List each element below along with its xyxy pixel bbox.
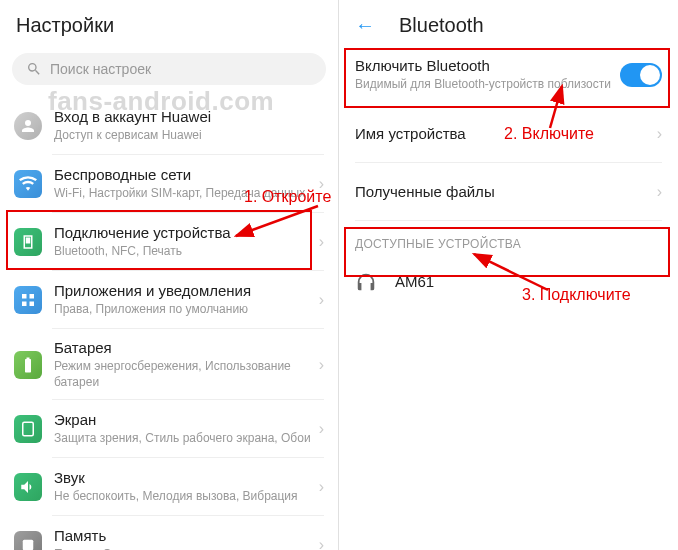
- chevron-right-icon: ›: [319, 356, 324, 374]
- sound-row[interactable]: Звук Не беспокоить, Мелодия вызова, Вибр…: [0, 458, 338, 516]
- row-title: Имя устройства: [355, 125, 657, 143]
- row-title: Полученные файлы: [355, 183, 657, 201]
- bluetooth-enable-row[interactable]: Включить Bluetooth Видимый для Bluetooth…: [339, 47, 678, 105]
- avatar-icon: [14, 112, 42, 140]
- row-sub: Bluetooth, NFC, Печать: [54, 244, 319, 260]
- chevron-right-icon: ›: [319, 291, 324, 309]
- svg-rect-0: [26, 238, 31, 244]
- row-title: Беспроводные сети: [54, 166, 319, 184]
- svg-rect-3: [22, 302, 27, 307]
- chevron-right-icon: ›: [319, 175, 324, 193]
- settings-panel: Настройки Поиск настроек Вход в аккаунт …: [0, 0, 339, 550]
- row-sub: Права, Приложения по умолчанию: [54, 302, 319, 318]
- svg-rect-1: [22, 294, 27, 299]
- chevron-right-icon: ›: [319, 233, 324, 251]
- apps-icon: [14, 286, 42, 314]
- row-title: Включить Bluetooth: [355, 57, 620, 75]
- device-list-item[interactable]: AM61: [339, 257, 678, 307]
- wifi-icon: [14, 170, 42, 198]
- device-name-row[interactable]: Имя устройства ›: [339, 105, 678, 163]
- chevron-right-icon: ›: [657, 125, 662, 143]
- device-connection-icon: [14, 228, 42, 256]
- svg-rect-4: [30, 302, 35, 307]
- account-sub: Доступ к сервисам Huawei: [54, 128, 324, 144]
- available-devices-label: ДОСТУПНЫЕ УСТРОЙСТВА: [339, 221, 678, 257]
- sound-icon: [14, 473, 42, 501]
- search-placeholder: Поиск настроек: [50, 61, 151, 77]
- battery-icon: [14, 351, 42, 379]
- battery-row[interactable]: Батарея Режим энергосбережения, Использо…: [0, 329, 338, 400]
- row-title: Подключение устройства: [54, 224, 319, 242]
- row-title: Звук: [54, 469, 319, 487]
- chevron-right-icon: ›: [319, 420, 324, 438]
- display-icon: [14, 415, 42, 443]
- svg-rect-5: [23, 422, 34, 436]
- row-sub: Защита зрения, Стиль рабочего экрана, Об…: [54, 431, 319, 447]
- search-icon: [26, 61, 42, 77]
- row-title: Память: [54, 527, 319, 545]
- page-title: Настройки: [0, 0, 338, 47]
- row-title: Экран: [54, 411, 319, 429]
- bluetooth-header: ← Bluetooth: [339, 0, 678, 47]
- page-title: Bluetooth: [399, 14, 484, 37]
- row-title: Батарея: [54, 339, 319, 357]
- connection-row[interactable]: Подключение устройства Bluetooth, NFC, П…: [0, 213, 338, 271]
- device-name: AM61: [395, 273, 434, 290]
- svg-rect-2: [30, 294, 35, 299]
- row-title: Приложения и уведомления: [54, 282, 319, 300]
- storage-icon: [14, 531, 42, 550]
- chevron-right-icon: ›: [319, 478, 324, 496]
- storage-row[interactable]: Память Память, Очистка памяти ›: [0, 516, 338, 550]
- apps-row[interactable]: Приложения и уведомления Права, Приложен…: [0, 271, 338, 329]
- search-input[interactable]: Поиск настроек: [12, 53, 326, 85]
- back-arrow-icon[interactable]: ←: [355, 14, 375, 37]
- display-row[interactable]: Экран Защита зрения, Стиль рабочего экра…: [0, 400, 338, 458]
- row-sub: Режим энергосбережения, Использование ба…: [54, 359, 319, 390]
- chevron-right-icon: ›: [319, 536, 324, 550]
- row-sub: Wi-Fi, Настройки SIM-карт, Передача данн…: [54, 186, 319, 202]
- row-sub: Не беспокоить, Мелодия вызова, Вибрация: [54, 489, 319, 505]
- account-row[interactable]: Вход в аккаунт Huawei Доступ к сервисам …: [0, 97, 338, 155]
- headphones-icon: [355, 271, 377, 293]
- bluetooth-panel: ← Bluetooth Включить Bluetooth Видимый д…: [339, 0, 678, 550]
- received-files-row[interactable]: Полученные файлы ›: [339, 163, 678, 221]
- wireless-row[interactable]: Беспроводные сети Wi-Fi, Настройки SIM-к…: [0, 155, 338, 213]
- svg-rect-6: [23, 540, 34, 550]
- chevron-right-icon: ›: [657, 183, 662, 201]
- row-sub: Видимый для Bluetooth-устройств поблизос…: [355, 77, 620, 93]
- bluetooth-toggle[interactable]: [620, 63, 662, 87]
- account-title: Вход в аккаунт Huawei: [54, 108, 324, 126]
